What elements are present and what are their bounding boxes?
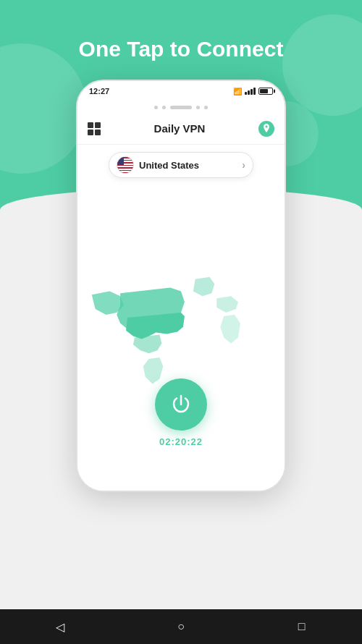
signal-bar-1 [245, 92, 247, 95]
country-selector[interactable]: United States › [109, 152, 253, 178]
decorative-circle-right [282, 14, 362, 116]
signal-bars [245, 88, 256, 95]
signal-bar-3 [251, 89, 253, 95]
camera-dot-left2 [162, 106, 166, 109]
background-bottom: 12:27 📶 [0, 224, 362, 609]
us-flag-bg [117, 157, 133, 173]
apps-grid-icon[interactable] [88, 122, 101, 135]
home-button[interactable]: ○ [167, 612, 195, 641]
back-button[interactable]: ◁ [46, 612, 75, 641]
grid-cell-4 [95, 130, 101, 135]
grid-cell-3 [88, 130, 93, 135]
grid-cell-2 [95, 122, 101, 128]
battery-fill [260, 89, 268, 93]
app-header: Daily VPN [77, 113, 285, 145]
phone-mockup: 12:27 📶 [76, 80, 286, 492]
decorative-circle-left [0, 43, 87, 174]
power-icon [169, 393, 193, 416]
timer-display: 02:20:22 [159, 436, 203, 447]
power-button[interactable] [155, 378, 207, 431]
phone-time: 12:27 [89, 87, 109, 96]
us-flag-canton [117, 157, 124, 165]
wifi-icon: 📶 [233, 88, 242, 96]
power-button-wrapper: 02:20:22 [155, 378, 207, 447]
country-name: United States [139, 160, 242, 171]
phone-status-bar: 12:27 📶 [77, 81, 285, 101]
location-pin-icon[interactable] [258, 121, 274, 137]
headline: One Tap to Connect [79, 35, 284, 63]
app-title: Daily VPN [154, 122, 206, 135]
camera-notch [170, 106, 192, 109]
camera-dot-right2 [204, 106, 208, 109]
app-content: United States › [77, 145, 285, 491]
grid-cell-1 [88, 122, 93, 128]
status-icons: 📶 [233, 88, 273, 96]
phone-body: 12:27 📶 [76, 80, 286, 492]
chevron-right-icon: › [242, 159, 245, 171]
recent-apps-button[interactable]: □ [287, 612, 316, 641]
battery-icon [258, 88, 273, 95]
battery-tip [274, 90, 275, 93]
signal-bar-2 [248, 90, 250, 95]
camera-dot-left [154, 106, 158, 109]
signal-bar-4 [253, 88, 256, 95]
phone-camera-bar [77, 101, 285, 113]
us-flag [117, 156, 134, 174]
camera-dot-right1 [196, 106, 200, 109]
system-nav-bar: ◁ ○ □ [0, 609, 362, 644]
